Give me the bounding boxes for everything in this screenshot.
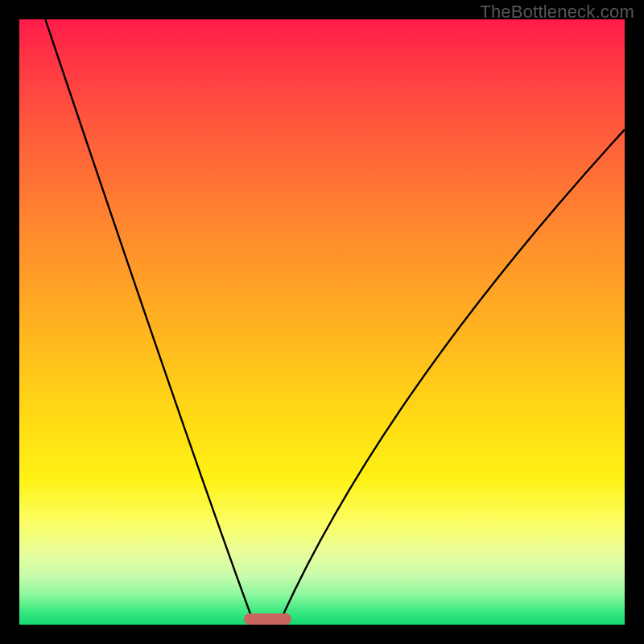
gradient-plot-area: [19, 19, 625, 625]
optimal-range-marker: [244, 613, 291, 625]
bottleneck-curve: [19, 19, 625, 625]
curve-left-branch: [45, 19, 253, 621]
curve-right-branch: [280, 130, 625, 621]
